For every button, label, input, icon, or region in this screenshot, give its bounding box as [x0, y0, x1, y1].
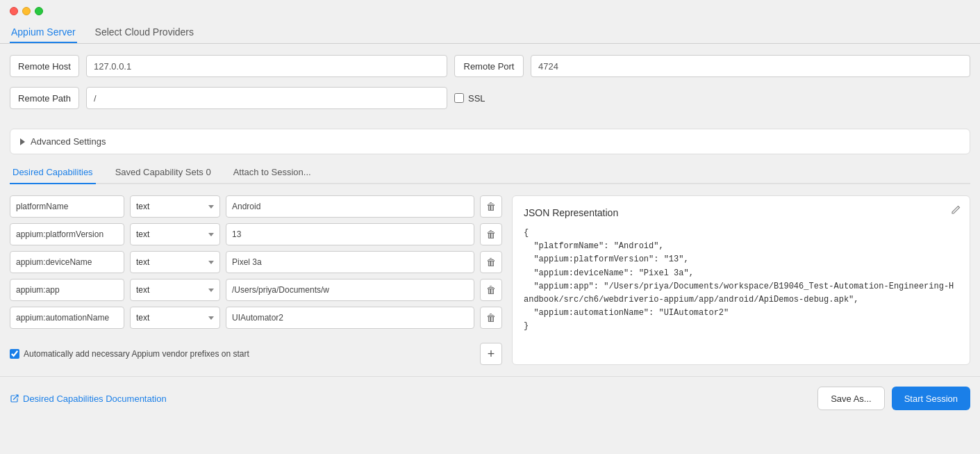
traffic-lights	[10, 7, 43, 15]
maximize-button[interactable]	[35, 7, 43, 15]
start-session-button[interactable]: Start Session	[892, 387, 970, 410]
chevron-right-icon	[20, 138, 25, 145]
cap-type-label-4: text	[136, 313, 149, 323]
auto-prefix-checkbox[interactable]	[10, 349, 19, 359]
titlebar	[0, 0, 980, 22]
remote-port-label: Remote Port	[454, 55, 524, 77]
cap-type-label-0: text	[136, 202, 149, 211]
cap-type-label-1: text	[136, 229, 149, 239]
table-row: appium:deviceName text Pixel 3a 🗑	[10, 251, 502, 273]
remote-port-input[interactable]	[531, 55, 970, 77]
remote-host-input[interactable]	[86, 55, 447, 77]
caps-content: platformName text Android 🗑 appium:platf…	[10, 195, 970, 365]
remote-host-label: Remote Host	[10, 55, 79, 77]
json-panel: JSON Representation { "platformName": "A…	[512, 195, 970, 365]
cap-key-0: platformName	[10, 195, 124, 218]
chevron-down-icon	[208, 289, 214, 292]
caps-tab-bar: Desired Capabilities Saved Capability Se…	[10, 161, 970, 184]
auto-prefix-text: Automatically add necessary Appium vendo…	[24, 349, 249, 359]
path-ssl-row: Remote Path SSL	[10, 87, 970, 109]
caps-table: platformName text Android 🗑 appium:platf…	[10, 195, 502, 365]
tab-desired-capabilities[interactable]: Desired Capabilities	[10, 161, 96, 184]
tab-cloud-providers[interactable]: Select Cloud Providers	[94, 22, 195, 43]
ssl-text: SSL	[468, 93, 485, 104]
minimize-button[interactable]	[22, 7, 31, 15]
tab-saved-capability-sets[interactable]: Saved Capability Sets 0	[113, 161, 214, 184]
advanced-settings-label: Advanced Settings	[31, 136, 106, 147]
cap-delete-1[interactable]: 🗑	[480, 223, 502, 245]
footer: Desired Capabilities Documentation Save …	[0, 376, 980, 420]
table-row: appium:automationName text UIAutomator2 …	[10, 307, 502, 329]
table-row: platformName text Android 🗑	[10, 195, 502, 218]
advanced-settings-bar[interactable]: Advanced Settings	[10, 129, 970, 154]
link-icon	[10, 394, 19, 403]
top-tab-bar: Appium Server Select Cloud Providers	[0, 22, 980, 43]
auto-prefix-label[interactable]: Automatically add necessary Appium vendo…	[10, 349, 249, 359]
footer-buttons: Save As... Start Session	[817, 387, 970, 410]
server-form: Remote Host Remote Port Remote Path SSL	[0, 44, 980, 126]
json-panel-title: JSON Representation	[524, 207, 958, 218]
close-button[interactable]	[10, 7, 18, 15]
cap-value-2[interactable]: Pixel 3a	[226, 251, 474, 273]
cap-type-select-2[interactable]: text	[130, 251, 220, 273]
save-as-button[interactable]: Save As...	[817, 387, 885, 410]
remote-path-input[interactable]	[86, 87, 447, 109]
cap-value-4[interactable]: UIAutomator2	[226, 307, 474, 329]
cap-delete-2[interactable]: 🗑	[480, 251, 502, 273]
add-capability-button[interactable]: +	[480, 343, 502, 365]
chevron-down-icon	[208, 233, 214, 236]
tab-appium-server[interactable]: Appium Server	[10, 22, 77, 43]
cap-type-label-3: text	[136, 285, 149, 295]
cap-key-1: appium:platformVersion	[10, 223, 124, 245]
cap-type-select-3[interactable]: text	[130, 279, 220, 301]
host-port-row: Remote Host Remote Port	[10, 55, 970, 77]
cap-key-2: appium:deviceName	[10, 251, 124, 273]
main-content: Remote Host Remote Port Remote Path SSL …	[0, 44, 980, 365]
remote-path-label: Remote Path	[10, 87, 79, 109]
cap-key-3: appium:app	[10, 279, 124, 301]
cap-type-label-2: text	[136, 257, 149, 267]
cap-key-4: appium:automationName	[10, 307, 124, 329]
json-edit-button[interactable]	[950, 204, 961, 218]
cap-type-select-4[interactable]: text	[130, 307, 220, 329]
json-content: { "platformName": "Android", "appium:pla…	[524, 227, 958, 334]
chevron-down-icon	[208, 316, 214, 320]
cap-delete-4[interactable]: 🗑	[480, 307, 502, 329]
cap-delete-3[interactable]: 🗑	[480, 279, 502, 301]
table-row: appium:app text /Users/priya/Documents/w…	[10, 279, 502, 301]
cap-type-select-0[interactable]: text	[130, 195, 220, 218]
chevron-down-icon	[208, 261, 214, 264]
cap-value-0[interactable]: Android	[226, 195, 474, 218]
cap-type-select-1[interactable]: text	[130, 223, 220, 245]
table-row: appium:platformVersion text 13 🗑	[10, 223, 502, 245]
capabilities-section: Desired Capabilities Saved Capability Se…	[10, 161, 970, 365]
doc-link[interactable]: Desired Capabilities Documentation	[10, 394, 167, 404]
cap-value-1[interactable]: 13	[226, 223, 474, 245]
ssl-label[interactable]: SSL	[454, 93, 485, 104]
chevron-down-icon	[208, 205, 214, 209]
ssl-checkbox[interactable]	[454, 93, 464, 103]
cap-delete-0[interactable]: 🗑	[480, 195, 502, 218]
caps-bottom: Automatically add necessary Appium vendo…	[10, 343, 502, 365]
caps-rows: platformName text Android 🗑 appium:platf…	[10, 195, 502, 334]
tab-attach-session[interactable]: Attach to Session...	[231, 161, 314, 184]
cap-value-3[interactable]: /Users/priya/Documents/w	[226, 279, 474, 301]
doc-link-text: Desired Capabilities Documentation	[23, 394, 167, 404]
